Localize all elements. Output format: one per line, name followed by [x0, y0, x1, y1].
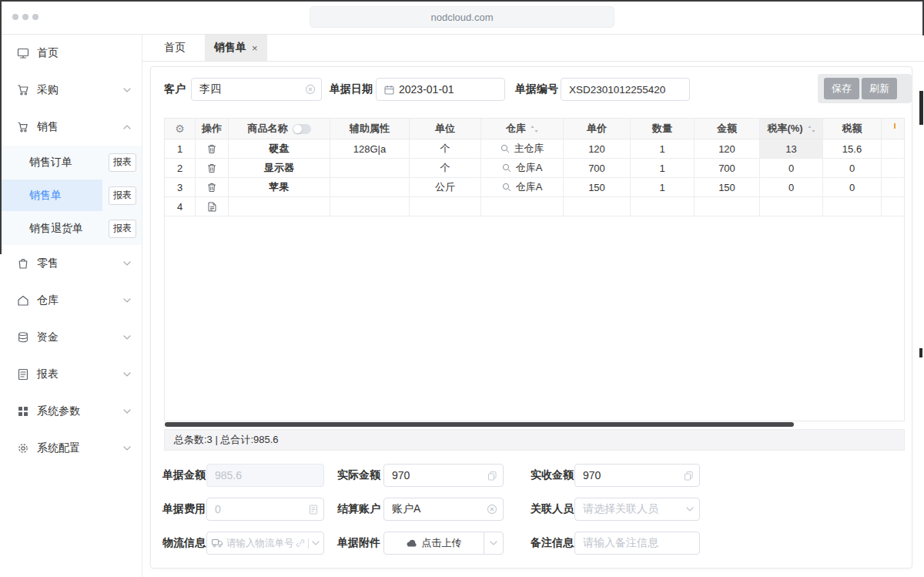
delete-cell[interactable] — [196, 139, 229, 158]
tab-sales-bill[interactable]: 销售单 × — [205, 35, 267, 61]
tax-cell[interactable]: 15.6 — [823, 139, 882, 158]
qty-cell[interactable]: 1 — [631, 139, 695, 158]
amount-cell[interactable]: 700 — [695, 159, 760, 177]
name-toggle[interactable] — [293, 124, 311, 134]
clear-icon[interactable] — [487, 504, 497, 515]
close-icon[interactable]: × — [252, 42, 258, 54]
horizontal-scrollbar[interactable] — [165, 422, 794, 427]
unit-cell[interactable]: 公斤 — [410, 178, 481, 196]
column-settings-header[interactable]: ⚙ — [165, 119, 196, 139]
sidebar-item-sales-order[interactable]: 销售订单 报表 — [0, 146, 142, 179]
warehouse-cell[interactable]: 仓库A — [481, 178, 564, 196]
price-cell[interactable]: 700 — [564, 159, 631, 177]
attr-cell[interactable] — [330, 178, 410, 196]
sidebar-item-reports[interactable]: 报表 — [0, 356, 142, 393]
unit-cell[interactable] — [410, 197, 481, 216]
search-icon[interactable] — [502, 163, 511, 173]
sidebar-item-retail[interactable]: 零售 — [0, 245, 142, 282]
price-cell[interactable]: 120 — [564, 139, 631, 158]
sidebar-item-sales-bill[interactable]: 销售单 报表 — [0, 179, 142, 212]
warehouse-cell[interactable]: 主仓库 — [481, 139, 564, 158]
qty-cell[interactable]: 1 — [631, 159, 695, 177]
warehouse-cell[interactable]: 仓库A — [481, 159, 564, 177]
sidebar-item-home[interactable]: 首页 — [0, 35, 142, 72]
tax-rate-header[interactable]: 税率(%) — [760, 119, 823, 139]
sort-icon[interactable] — [808, 125, 815, 133]
attr-cell[interactable]: 128G|a — [330, 139, 410, 158]
report-button[interactable]: 报表 — [109, 153, 136, 172]
search-icon[interactable] — [502, 183, 511, 192]
trash-icon[interactable] — [207, 183, 216, 193]
amount-cell[interactable]: 150 — [695, 178, 760, 196]
save-button[interactable]: 保存 — [824, 78, 859, 99]
qty-cell[interactable] — [631, 197, 695, 216]
amount-cell[interactable] — [695, 197, 760, 216]
link-icon[interactable] — [296, 538, 305, 548]
tax-rate-cell[interactable]: 13 — [760, 139, 823, 158]
date-input[interactable]: 2023-01-01 — [376, 78, 505, 101]
op-header: 操作 — [196, 119, 229, 139]
copy-icon[interactable] — [487, 471, 497, 481]
actual-amount-input[interactable]: 970 — [383, 464, 504, 487]
sidebar-item-system-config[interactable]: 系统配置 — [0, 430, 142, 467]
unit-cell[interactable]: 个 — [410, 139, 481, 158]
related-person-select[interactable]: 请选择关联人员 — [574, 498, 700, 521]
upload-button[interactable]: 点击上传 — [384, 536, 484, 550]
row-number: 4 — [165, 197, 196, 216]
warehouse-cell[interactable] — [481, 197, 564, 216]
new-doc-icon[interactable] — [208, 202, 216, 212]
price-cell[interactable] — [564, 197, 631, 216]
tax-cell[interactable] — [823, 197, 882, 216]
chevron-down-icon[interactable] — [312, 541, 320, 545]
customer-input[interactable]: 李四 — [191, 78, 322, 101]
report-button[interactable]: 报表 — [109, 186, 136, 205]
unit-cell[interactable]: 个 — [410, 159, 481, 177]
doc-no-input[interactable]: XSD2301012255420 — [561, 78, 690, 101]
doc-icon[interactable] — [309, 505, 318, 515]
product-name-cell[interactable]: 显示器 — [229, 159, 330, 177]
delete-cell[interactable] — [196, 178, 229, 196]
copy-icon[interactable] — [684, 471, 694, 481]
tax-cell[interactable]: 0 — [823, 178, 882, 196]
attachment-upload[interactable]: 点击上传 — [383, 532, 504, 555]
sidebar-item-purchase[interactable]: 采购 — [0, 72, 142, 109]
amount-cell[interactable]: 120 — [695, 139, 760, 158]
attr-cell[interactable] — [330, 159, 410, 177]
report-button[interactable]: 报表 — [109, 220, 136, 238]
attr-cell[interactable] — [330, 197, 410, 216]
sidebar-item-system-params[interactable]: 系统参数 — [0, 393, 142, 430]
sidebar-item-funds[interactable]: 资金 — [0, 319, 142, 356]
settle-account-input[interactable]: 账户A — [383, 498, 504, 521]
add-row-cell[interactable] — [196, 197, 229, 216]
warehouse-header[interactable]: 仓库 — [481, 119, 564, 139]
clear-icon[interactable] — [305, 84, 316, 95]
search-icon[interactable] — [500, 144, 510, 153]
trash-icon[interactable] — [207, 144, 216, 154]
sidebar-item-warehouse[interactable]: 仓库 — [0, 282, 142, 319]
sidebar-item-sales[interactable]: 销售 — [0, 109, 142, 146]
qty-cell[interactable]: 1 — [631, 178, 695, 196]
url-bar[interactable]: nodcloud.com — [310, 6, 614, 28]
tax-rate-cell[interactable]: 0 — [760, 159, 823, 177]
product-name-cell[interactable]: 硬盘 — [229, 139, 330, 158]
tab-home[interactable]: 首页 — [154, 35, 196, 61]
tax-cell[interactable]: 0 — [823, 159, 882, 177]
logistics-input[interactable]: 请输入物流单号 — [206, 532, 324, 555]
refresh-button[interactable]: 刷新 — [862, 78, 897, 99]
tax-rate-cell[interactable]: 0 — [760, 178, 823, 196]
remark-input[interactable]: 请输入备注信息 — [574, 532, 700, 555]
attachment-dropdown[interactable] — [484, 532, 503, 554]
received-amount-input[interactable]: 970 — [574, 464, 700, 487]
tax-rate-cell[interactable] — [760, 197, 823, 216]
trash-icon[interactable] — [207, 163, 216, 173]
sidebar-item-sales-return[interactable]: 销售退货单 报表 — [0, 212, 142, 245]
doc-fee-input[interactable]: 0 — [206, 498, 324, 521]
price-cell[interactable]: 150 — [564, 178, 631, 196]
product-name-cell[interactable]: 苹果 — [229, 178, 330, 196]
product-name-cell[interactable] — [229, 197, 330, 216]
vertical-scrollbar-thumb[interactable] — [919, 348, 922, 357]
delete-cell[interactable] — [196, 159, 229, 177]
chevron-down-icon[interactable] — [686, 507, 694, 512]
vertical-scrollbar-thumb[interactable] — [919, 91, 923, 125]
sort-icon[interactable] — [531, 125, 538, 133]
